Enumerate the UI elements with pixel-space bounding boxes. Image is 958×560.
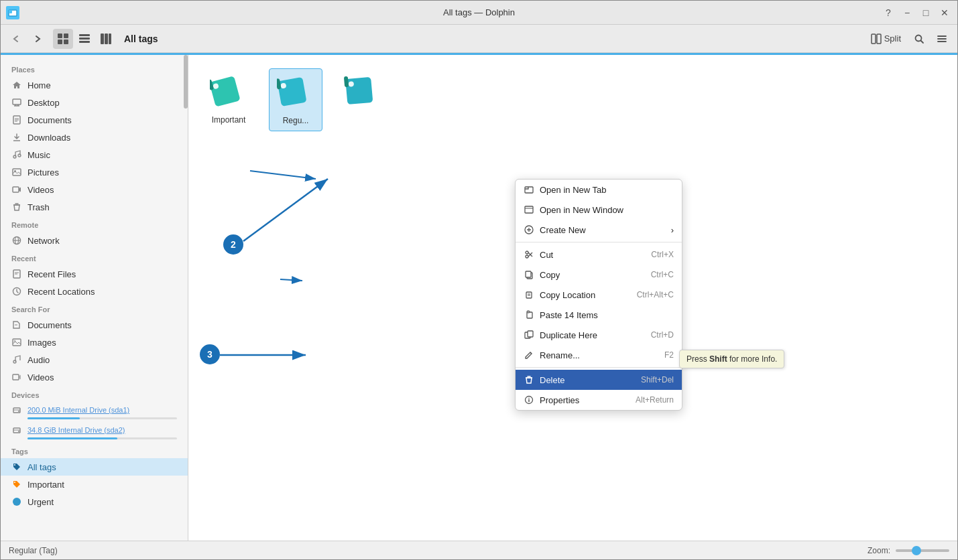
ctx-copy-location[interactable]: Copy Location Ctrl+Alt+C xyxy=(516,285,682,305)
search-images-icon xyxy=(11,337,22,348)
sidebar-videos-text: Videos xyxy=(27,185,54,195)
file-item-important[interactable]: Important xyxy=(202,68,255,131)
music-icon xyxy=(11,149,22,160)
zoom-thumb[interactable] xyxy=(912,546,921,555)
svg-rect-9 xyxy=(101,33,104,44)
minimize-button[interactable]: − xyxy=(900,5,914,20)
places-label: Places xyxy=(1,60,188,76)
close-button[interactable]: ✕ xyxy=(937,5,952,20)
sidebar-item-urgent-tag[interactable]: Urgent xyxy=(1,493,188,510)
sidebar-item-search-docs[interactable]: Documents xyxy=(1,316,188,334)
ctx-copy-shortcut: Ctrl+C xyxy=(651,270,674,279)
sidebar-item-search-audio[interactable]: Audio xyxy=(1,351,188,368)
forward-button[interactable] xyxy=(27,29,48,49)
zoom-slider[interactable] xyxy=(896,549,949,552)
sidebar-item-pictures[interactable]: Pictures xyxy=(1,163,188,181)
sidebar-downloads-text: Downloads xyxy=(27,133,70,143)
ctx-cut[interactable]: Cut Ctrl+X xyxy=(516,244,682,265)
sidebar-item-network[interactable]: Network xyxy=(1,232,188,249)
svg-point-48 xyxy=(18,411,19,412)
sidebar-sda2-text: 34.8 GiB Internal Drive (sda2) xyxy=(27,426,125,434)
file-item-third[interactable] xyxy=(336,68,390,131)
menu-button[interactable] xyxy=(932,29,952,49)
sidebar-item-desktop[interactable]: Desktop xyxy=(1,94,188,111)
tab-icon xyxy=(524,184,534,195)
sidebar-network-text: Network xyxy=(27,236,60,246)
submenu-arrow: › xyxy=(671,225,674,235)
sidebar-item-documents[interactable]: Documents xyxy=(1,111,188,129)
video-icon xyxy=(11,184,22,195)
ctx-rename[interactable]: Rename... F2 xyxy=(516,345,682,365)
trash-icon xyxy=(11,202,22,212)
sidebar-search-audio-text: Audio xyxy=(27,355,50,365)
sidebar-item-search-images[interactable]: Images xyxy=(1,334,188,351)
window-icon-ctx xyxy=(524,204,534,215)
sidebar-item-downloads[interactable]: Downloads xyxy=(1,129,188,146)
copy-loc-icon xyxy=(524,289,534,300)
window-icon xyxy=(6,6,19,19)
back-button[interactable] xyxy=(6,29,26,49)
sidebar-item-search-videos[interactable]: Videos xyxy=(1,368,188,386)
ctx-create-new-label: Create New xyxy=(540,225,586,235)
svg-line-88 xyxy=(250,171,316,179)
tooltip: Press Shift for more Info. xyxy=(679,350,784,368)
column-view-button[interactable] xyxy=(96,29,116,49)
sidebar-pictures-text: Pictures xyxy=(27,167,59,178)
drive-icon-sda1 xyxy=(11,405,22,415)
svg-rect-75 xyxy=(526,271,531,277)
ctx-copy[interactable]: Copy Ctrl+C xyxy=(516,265,682,285)
sidebar-item-home[interactable]: Home xyxy=(1,76,188,94)
sidebar-urgent-text: Urgent xyxy=(27,497,54,507)
svg-rect-1 xyxy=(9,10,12,13)
ctx-properties[interactable]: Properties Alt+Return xyxy=(516,390,682,410)
ctx-create-new[interactable]: Create New › xyxy=(516,220,682,240)
regular-tag-label: Regu... xyxy=(283,116,309,125)
sidebar-item-recent-locations[interactable]: Recent Locations xyxy=(1,283,188,300)
list-view-button[interactable] xyxy=(74,29,95,49)
pictures-icon xyxy=(11,167,22,178)
sidebar-all-tags-text: All tags xyxy=(27,462,56,472)
ctx-copy-label: Copy xyxy=(540,270,560,280)
svg-rect-55 xyxy=(210,76,241,107)
svg-line-89 xyxy=(280,279,302,281)
help-button[interactable]: ? xyxy=(881,5,896,20)
ctx-open-new-tab[interactable]: Open in New Tab xyxy=(516,180,682,200)
search-button[interactable] xyxy=(909,29,929,49)
sidebar-item-sda2[interactable]: 34.8 GiB Internal Drive (sda2) xyxy=(1,422,188,442)
svg-point-54 xyxy=(13,498,21,506)
maximize-button[interactable]: □ xyxy=(918,5,933,20)
recent-locations-icon xyxy=(11,286,22,297)
search-label: Search For xyxy=(1,300,188,316)
sidebar-item-videos[interactable]: Videos xyxy=(1,181,188,198)
ctx-cut-label: Cut xyxy=(540,250,553,260)
sidebar-item-important-tag[interactable]: Important xyxy=(1,476,188,493)
ctx-duplicate[interactable]: Duplicate Here Ctrl+D xyxy=(516,325,682,345)
ctx-rename-label: Rename... xyxy=(540,350,580,360)
sidebar-item-music[interactable]: Music xyxy=(1,146,188,163)
file-item-regular[interactable]: Regu... xyxy=(269,68,322,131)
sidebar-item-recent-files[interactable]: Recent Files xyxy=(1,265,188,283)
icon-view-button[interactable] xyxy=(53,29,73,49)
split-button[interactable]: Split xyxy=(865,29,906,49)
statusbar: Regular (Tag) Zoom: xyxy=(1,541,957,559)
ctx-delete[interactable]: Delete Shift+Del xyxy=(516,370,682,390)
svg-rect-63 xyxy=(344,76,349,87)
svg-rect-8 xyxy=(79,41,90,43)
svg-line-93 xyxy=(243,179,328,241)
rename-icon xyxy=(524,350,534,360)
ctx-paste[interactable]: Paste 14 Items xyxy=(516,305,682,325)
ctx-open-new-tab-label: Open in New Tab xyxy=(540,185,607,195)
sidebar-item-sda1[interactable]: 200.0 MiB Internal Drive (sda1) xyxy=(1,402,188,422)
main-content: Places Home Desktop xyxy=(1,55,957,541)
sidebar-scroll-thumb[interactable] xyxy=(184,55,188,109)
sidebar-item-all-tags[interactable]: All tags xyxy=(1,458,188,476)
sidebar-item-trash[interactable]: Trash xyxy=(1,198,188,216)
sidebar-scrollbar[interactable] xyxy=(183,55,188,541)
important-tag-icon xyxy=(11,479,22,490)
context-menu: Open in New Tab Open in New Window Creat… xyxy=(515,179,682,411)
recent-label: Recent xyxy=(1,249,188,265)
svg-rect-58 xyxy=(278,77,307,107)
delete-icon xyxy=(524,374,534,385)
zoom-label: Zoom: xyxy=(867,546,890,555)
ctx-open-new-window[interactable]: Open in New Window xyxy=(516,200,682,220)
